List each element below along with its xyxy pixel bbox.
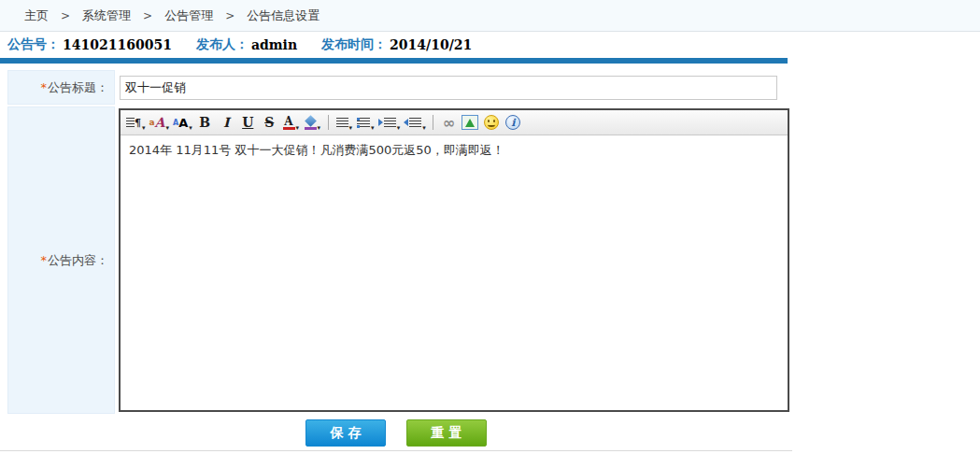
rich-text-editor: ¶ ▾ a A ▾ A A ▾ B — [119, 108, 789, 412]
fill-color-icon[interactable]: ▾ — [303, 112, 322, 133]
list-icon[interactable]: ▾ — [356, 112, 376, 133]
editor-content-area[interactable]: 2014年 11月11号 双十一大促销！凡消费满500元返50，即满即返！ — [121, 135, 788, 410]
editor-toolbar: ¶ ▾ a A ▾ A A ▾ B — [121, 110, 788, 135]
insert-link-icon[interactable]: ∞ — [439, 112, 459, 133]
font-family-icon[interactable]: a A ▾ — [149, 112, 170, 133]
format-select-icon[interactable]: ¶ ▾ — [125, 112, 147, 133]
bold-icon[interactable]: B — [195, 112, 215, 133]
announcement-id-value: 141021160051 — [63, 37, 172, 52]
emoticon-icon[interactable] — [482, 112, 502, 133]
italic-icon[interactable]: I — [217, 112, 236, 133]
announcement-id-label: 公告号： — [7, 36, 60, 53]
save-button[interactable]: 保 存 — [305, 419, 386, 447]
breadcrumb: 主页 > 系统管理 > 公告管理 > 公告信息设置 — [0, 0, 980, 32]
underline-icon[interactable]: U — [238, 112, 258, 133]
publish-time-field: 发布时间： 2014/10/21 — [321, 36, 472, 53]
content-label: 公告内容： — [48, 252, 108, 269]
required-mark: * — [41, 80, 48, 94]
publish-time-value: 2014/10/21 — [390, 37, 472, 52]
publisher-value: admin — [251, 37, 297, 52]
content-value-cell: ¶ ▾ a A ▾ A A ▾ B — [115, 106, 792, 414]
title-input[interactable] — [120, 76, 777, 100]
announcement-meta-bar: 公告号： 141021160051 发布人： admin 发布时间： 2014/… — [0, 32, 980, 58]
toolbar-separator — [328, 115, 329, 130]
breadcrumb-item-system-management[interactable]: 系统管理 — [82, 7, 131, 24]
content-row: * 公告内容： ¶ ▾ a A ▾ A — [7, 106, 792, 414]
breadcrumb-separator: > — [225, 9, 234, 22]
reset-button[interactable]: 重 置 — [406, 419, 487, 447]
breadcrumb-item-announcement-info-settings[interactable]: 公告信息设置 — [247, 7, 320, 24]
publisher-label: 发布人： — [196, 36, 249, 53]
title-value-cell — [115, 70, 792, 105]
publisher-field: 发布人： admin — [196, 36, 297, 53]
breadcrumb-separator: > — [143, 9, 152, 22]
required-mark: * — [41, 253, 48, 267]
breadcrumb-item-home[interactable]: 主页 — [24, 7, 49, 24]
title-row: * 公告标题： — [7, 70, 792, 105]
title-label: 公告标题： — [48, 79, 108, 96]
toolbar-separator — [433, 115, 433, 130]
announcement-form: * 公告标题： * 公告内容： ¶ ▾ a A — [7, 70, 792, 414]
outdent-icon[interactable]: ▾ — [403, 112, 427, 133]
align-icon[interactable]: ▾ — [334, 112, 354, 133]
strikethrough-icon[interactable]: S — [260, 112, 279, 133]
publish-time-label: 发布时间： — [321, 36, 387, 53]
breadcrumb-item-announcement-management[interactable]: 公告管理 — [164, 7, 213, 24]
form-actions: 保 存 重 置 — [0, 416, 792, 451]
announcement-id-field: 公告号： 141021160051 — [7, 36, 172, 53]
insert-image-icon[interactable] — [461, 112, 480, 133]
content-label-cell: * 公告内容： — [7, 106, 115, 414]
about-icon[interactable]: i — [504, 112, 523, 133]
indent-icon[interactable]: ▾ — [377, 112, 402, 133]
font-color-icon[interactable]: A ▾ — [281, 112, 301, 133]
font-size-icon[interactable]: A A ▾ — [172, 112, 193, 133]
breadcrumb-separator: > — [61, 9, 70, 22]
title-label-cell: * 公告标题： — [7, 70, 115, 105]
